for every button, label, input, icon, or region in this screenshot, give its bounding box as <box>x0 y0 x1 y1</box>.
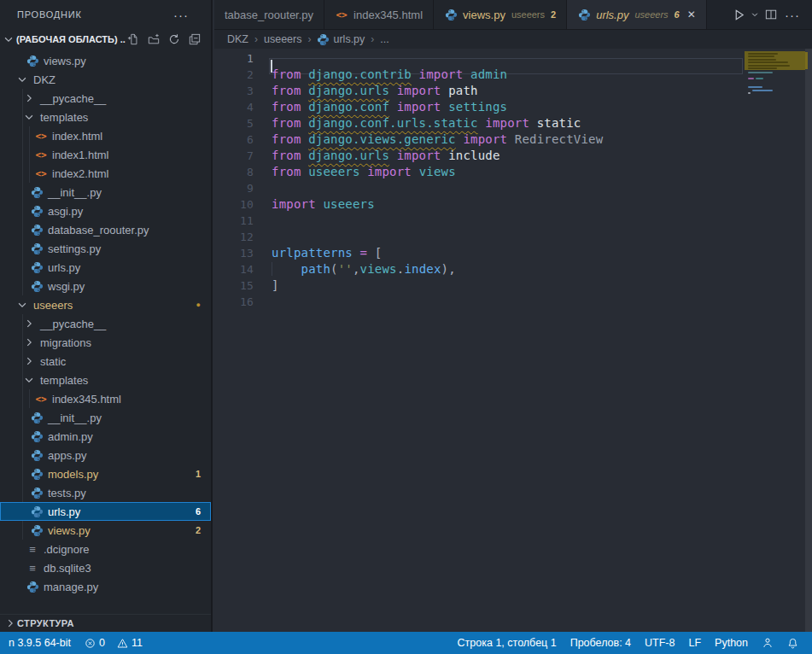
tree-item-wsgi.py[interactable]: wsgi.py <box>0 277 211 295</box>
editor-scrollbar[interactable] <box>805 49 812 632</box>
code-line[interactable]: 8from useeers import views <box>214 164 812 180</box>
person-icon <box>762 637 774 649</box>
code-line[interactable]: 11 <box>214 213 812 229</box>
python-file-icon <box>30 185 44 199</box>
code-line[interactable]: 16 <box>214 294 812 310</box>
breadcrumb-item-urls.py[interactable]: urls.py <box>317 33 365 46</box>
line-number: 5 <box>214 115 254 131</box>
tree-item-static[interactable]: static <box>0 352 211 371</box>
code-line[interactable]: 4from django.conf import settings <box>214 99 812 115</box>
code-line[interactable]: 15] <box>214 277 812 294</box>
status-eol[interactable]: LF <box>681 632 708 654</box>
tree-item-__pycache__[interactable]: __pycache__ <box>0 89 211 108</box>
line-number: 12 <box>214 229 254 245</box>
chevron-right-icon <box>3 616 17 630</box>
new-file-button[interactable] <box>126 32 140 46</box>
breadcrumb-item-useeers[interactable]: useeers <box>264 33 301 45</box>
status-feedback[interactable] <box>755 632 780 654</box>
explorer-more-actions-icon[interactable]: ··· <box>173 8 189 22</box>
split-editor-button[interactable] <box>762 4 780 25</box>
vscode-window: ПРОВОДНИК ··· (РАБОЧАЯ ОБЛАСТЬ) ... view… <box>0 0 812 654</box>
new-folder-button[interactable] <box>146 32 161 46</box>
chevron-down-icon <box>22 373 36 387</box>
status-python-version[interactable]: n 3.9.5 64-bit <box>2 632 78 654</box>
tree-item-settings.py[interactable]: settings.py <box>0 239 211 258</box>
code-line[interactable]: 13urlpatterns = [ <box>214 245 812 261</box>
close-icon[interactable]: ✕ <box>687 9 696 20</box>
tree-item-templates[interactable]: templates <box>0 108 211 126</box>
tree-item-index.html[interactable]: <>index.html <box>0 126 211 145</box>
tree-item-DKZ[interactable]: DKZ <box>0 70 211 89</box>
workspace-section-header[interactable]: (РАБОЧАЯ ОБЛАСТЬ) ... <box>0 29 211 49</box>
collapse-folders-button[interactable] <box>187 32 202 46</box>
editor-more-actions-button[interactable]: ··· <box>781 4 803 25</box>
sidebar-title: ПРОВОДНИК <box>17 9 82 20</box>
tree-item-label: DKZ <box>33 73 55 86</box>
status-indentation[interactable]: Пробелов: 4 <box>564 632 638 654</box>
tree-item-__init__.py[interactable]: __init__.py <box>0 183 211 201</box>
code-line[interactable]: 3from django.urls import path <box>214 83 812 99</box>
line-number: 3 <box>214 83 254 99</box>
tree-item-admin.py[interactable]: admin.py <box>0 427 211 446</box>
tab-index345.html[interactable]: <>index345.html <box>324 0 434 29</box>
tree-item-index345.html[interactable]: <>index345.html <box>0 389 211 408</box>
tree-item-__pycache__[interactable]: __pycache__ <box>0 314 211 333</box>
tree-item-migrations[interactable]: migrations <box>0 333 211 352</box>
tree-item-database_roouter.py[interactable]: database_roouter.py <box>0 220 211 239</box>
tab-views.py[interactable]: views.pyuseeers2 <box>434 0 567 29</box>
status-language-mode[interactable]: Python <box>708 632 755 654</box>
code-line-text: from django.urls import path <box>272 83 478 99</box>
tree-item-views.py[interactable]: views.py2 <box>0 521 211 540</box>
outline-section-header[interactable]: СТРУКТУРА <box>0 614 211 632</box>
tree-item-index2.html[interactable]: <>index2.html <box>0 164 211 183</box>
line-number: 9 <box>214 180 254 196</box>
tree-item-.dcignore[interactable]: ≡.dcignore <box>0 540 211 558</box>
run-dropdown-button[interactable] <box>749 4 761 25</box>
refresh-explorer-button[interactable] <box>166 32 181 46</box>
python-file-icon <box>26 54 39 67</box>
tree-item-views.py[interactable]: views.py <box>0 51 211 70</box>
minimap[interactable] <box>745 49 803 160</box>
status-encoding[interactable]: UTF-8 <box>638 632 681 654</box>
code-line-text: import useeers <box>272 196 375 213</box>
tree-item-db.sqlite3[interactable]: ≡db.sqlite3 <box>0 558 211 577</box>
html-file-icon: <> <box>34 392 48 406</box>
tree-item-asgi.py[interactable]: asgi.py <box>0 201 211 220</box>
tree-item-apps.py[interactable]: apps.py <box>0 446 211 464</box>
status-label: Python <box>715 637 748 649</box>
tree-item-label: migrations <box>40 336 91 349</box>
code-editor[interactable]: 12from django.contrib import admin3from … <box>214 49 812 632</box>
tree-item-index1.html[interactable]: <>index1.html <box>0 145 211 164</box>
status-notifications[interactable] <box>780 632 805 654</box>
chevron-right-icon <box>22 317 36 330</box>
tab-description: useeers <box>634 9 668 20</box>
breadcrumb-item-...[interactable]: ... <box>380 33 388 45</box>
breadcrumb-separator-icon: › <box>371 33 374 45</box>
file-icon: ≡ <box>26 542 39 556</box>
code-line[interactable]: 5from django.conf.urls.static import sta… <box>214 115 812 131</box>
tree-item-__init__.py[interactable]: __init__.py <box>0 408 211 427</box>
code-line[interactable]: 1 <box>214 50 812 67</box>
tree-item-urls.py[interactable]: urls.py <box>0 258 211 277</box>
status-problems[interactable]: 011 <box>78 632 149 654</box>
code-line[interactable]: 9 <box>214 180 812 196</box>
tree-item-models.py[interactable]: models.py1 <box>0 464 211 483</box>
tab-urls.py[interactable]: urls.pyuseeers6✕ <box>567 0 707 29</box>
tree-item-tests.py[interactable]: tests.py <box>0 483 211 502</box>
code-line[interactable]: 7from django.urls import include <box>214 148 812 164</box>
tab-tabase_roouter.py[interactable]: tabase_roouter.py <box>214 0 324 29</box>
tree-item-manage.py[interactable]: manage.py <box>0 577 211 596</box>
tree-item-urls.py[interactable]: urls.py6 <box>0 502 211 521</box>
code-line[interactable]: 6from django.views.generic import Redire… <box>214 131 812 148</box>
code-line[interactable]: 14 path('',views.index), <box>214 261 812 277</box>
code-line-text: path('',views.index), <box>272 261 456 277</box>
breadcrumb-item-DKZ[interactable]: DKZ <box>227 33 248 45</box>
tree-item-label: urls.py <box>48 261 80 274</box>
tree-item-useeers[interactable]: useeers● <box>0 295 211 314</box>
run-python-file-button[interactable] <box>730 4 747 25</box>
tree-item-templates[interactable]: templates <box>0 371 211 389</box>
code-line[interactable]: 12 <box>214 229 812 245</box>
code-line[interactable]: 10import useeers <box>214 196 812 213</box>
status-cursor-position[interactable]: Строка 1, столбец 1 <box>451 632 564 654</box>
tree-item-label: models.py <box>48 468 98 481</box>
